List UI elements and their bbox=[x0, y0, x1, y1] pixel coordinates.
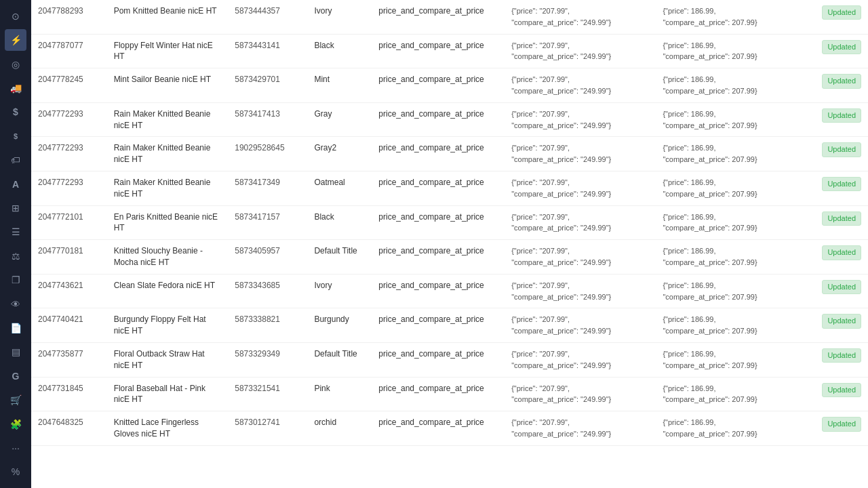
product-id: 2047788293 bbox=[31, 0, 107, 34]
product-title: Floral Outback Straw Hat nicE HT bbox=[107, 342, 229, 377]
tag-icon[interactable]: 🏷 bbox=[5, 149, 26, 170]
table-row: 2047740421 Burgundy Floppy Felt Hat nicE… bbox=[31, 308, 868, 343]
table-row: 2047735877 Floral Outback Straw Hat nicE… bbox=[31, 342, 868, 377]
field-name: price_and_compare_at_price bbox=[372, 137, 505, 171]
field-name: price_and_compare_at_price bbox=[372, 102, 505, 137]
status-badge: Updated bbox=[822, 142, 861, 157]
new-value: {"price": 186.99,"compare_at_price": 207… bbox=[656, 0, 807, 34]
field-name: price_and_compare_at_price bbox=[372, 274, 505, 308]
old-value: {"price": "207.99","compare_at_price": "… bbox=[505, 274, 656, 308]
home-icon[interactable]: ⊙ bbox=[5, 5, 26, 26]
new-value: {"price": 186.99,"compare_at_price": 207… bbox=[656, 411, 807, 446]
product-title: Pom Knitted Beanie nicE HT bbox=[107, 0, 229, 34]
data-table: 2047788293 Pom Knitted Beanie nicE HT 58… bbox=[31, 0, 868, 446]
field-name: price_and_compare_at_price bbox=[372, 0, 505, 34]
product-title: Rain Maker Knitted Beanie nicE HT bbox=[107, 171, 229, 205]
status-cell: Updated bbox=[808, 342, 868, 377]
variant-option: Ivory bbox=[307, 274, 372, 308]
variant-id: 5873417157 bbox=[228, 205, 307, 240]
status-cell: Updated bbox=[808, 68, 868, 103]
status-cell: Updated bbox=[808, 137, 868, 171]
list-icon[interactable]: ☰ bbox=[5, 222, 26, 243]
percent-icon[interactable]: % bbox=[5, 462, 26, 483]
status-badge: Updated bbox=[822, 280, 861, 294]
status-badge: Updated bbox=[822, 417, 861, 431]
product-title: Knitted Slouchy Beanie - Mocha nicE HT bbox=[107, 240, 229, 274]
new-value: {"price": 186.99,"compare_at_price": 207… bbox=[656, 240, 807, 274]
product-title: Floppy Felt Winter Hat nicE HT bbox=[107, 34, 229, 68]
product-title: Burgundy Floppy Felt Hat nicE HT bbox=[107, 308, 229, 343]
google-icon[interactable]: G bbox=[5, 365, 26, 386]
variant-id: 5873443141 bbox=[228, 34, 307, 68]
product-title: Rain Maker Knitted Beanie nicE HT bbox=[107, 102, 229, 137]
table-row: 2047770181 Knitted Slouchy Beanie - Moch… bbox=[31, 240, 868, 274]
layers-icon[interactable]: ▤ bbox=[5, 342, 26, 363]
table-row: 2047772101 En Paris Knitted Beanie nicE … bbox=[31, 205, 868, 240]
variant-id: 5873343685 bbox=[228, 274, 307, 308]
product-title: Rain Maker Knitted Beanie nicE HT bbox=[107, 137, 229, 171]
old-value: {"price": "207.99","compare_at_price": "… bbox=[505, 342, 656, 377]
dollar-icon[interactable]: $ bbox=[5, 102, 26, 123]
variant-option: Gray bbox=[307, 102, 372, 137]
old-value: {"price": "207.99","compare_at_price": "… bbox=[505, 377, 656, 411]
variant-id: 5873405957 bbox=[228, 240, 307, 274]
variant-option: Pink bbox=[307, 377, 372, 411]
product-id: 2047778245 bbox=[31, 68, 107, 103]
doc-icon[interactable]: 📄 bbox=[5, 317, 26, 338]
status-badge: Updated bbox=[822, 108, 861, 123]
variant-id: 5873329349 bbox=[228, 342, 307, 377]
dollar-s-icon[interactable]: $ bbox=[5, 125, 26, 146]
table-row: 2047788293 Pom Knitted Beanie nicE HT 58… bbox=[31, 0, 868, 34]
old-value: {"price": "207.99","compare_at_price": "… bbox=[505, 68, 656, 103]
table-container[interactable]: 2047788293 Pom Knitted Beanie nicE HT 58… bbox=[31, 0, 868, 488]
sidebar: ⊙ ⚡ ◎ 🚚 $ $ 🏷 A ⊞ ☰ ⚖ ❐ 👁 📄 ▤ G 🛒 🧩 ··· … bbox=[0, 0, 31, 488]
old-value: {"price": "207.99","compare_at_price": "… bbox=[505, 205, 656, 240]
variant-option: Default Title bbox=[307, 240, 372, 274]
analytics-icon[interactable]: ◎ bbox=[5, 54, 26, 75]
variant-option: Burgundy bbox=[307, 308, 372, 343]
scale-icon[interactable]: ⚖ bbox=[5, 245, 26, 266]
puzzle-icon[interactable]: 🧩 bbox=[5, 413, 26, 434]
new-value: {"price": 186.99,"compare_at_price": 207… bbox=[656, 342, 807, 377]
variant-id: 5873417349 bbox=[228, 171, 307, 205]
variant-option: Black bbox=[307, 205, 372, 240]
new-value: {"price": 186.99,"compare_at_price": 207… bbox=[656, 377, 807, 411]
product-title: En Paris Knitted Beanie nicE HT bbox=[107, 205, 229, 240]
new-value: {"price": 186.99,"compare_at_price": 207… bbox=[656, 102, 807, 137]
status-cell: Updated bbox=[808, 102, 868, 137]
cart-icon[interactable]: 🛒 bbox=[5, 390, 26, 411]
variant-option: Oatmeal bbox=[307, 171, 372, 205]
product-id: 2047787077 bbox=[31, 34, 107, 68]
status-badge: Updated bbox=[822, 383, 861, 397]
status-cell: Updated bbox=[808, 308, 868, 343]
field-name: price_and_compare_at_price bbox=[372, 240, 505, 274]
variant-option: Mint bbox=[307, 68, 372, 103]
field-name: price_and_compare_at_price bbox=[372, 377, 505, 411]
variant-id: 19029528645 bbox=[228, 137, 307, 171]
variant-id: 5873429701 bbox=[228, 68, 307, 103]
old-value: {"price": "207.99","compare_at_price": "… bbox=[505, 308, 656, 343]
status-cell: Updated bbox=[808, 0, 868, 34]
truck-icon[interactable]: 🚚 bbox=[5, 77, 26, 98]
table-row: 2047772293 Rain Maker Knitted Beanie nic… bbox=[31, 102, 868, 137]
old-value: {"price": "207.99","compare_at_price": "… bbox=[505, 411, 656, 446]
product-id: 2047735877 bbox=[31, 342, 107, 377]
variant-id: 5873417413 bbox=[228, 102, 307, 137]
eye-icon[interactable]: 👁 bbox=[5, 293, 26, 314]
more-icon[interactable]: ··· bbox=[5, 437, 26, 458]
variant-option: orchid bbox=[307, 411, 372, 446]
grid-icon[interactable]: ⊞ bbox=[5, 197, 26, 218]
copy-icon[interactable]: ❐ bbox=[5, 269, 26, 290]
new-value: {"price": 186.99,"compare_at_price": 207… bbox=[656, 171, 807, 205]
product-id: 2047772293 bbox=[31, 137, 107, 171]
new-value: {"price": 186.99,"compare_at_price": 207… bbox=[656, 68, 807, 103]
lightning-icon[interactable]: ⚡ bbox=[5, 29, 26, 50]
field-name: price_and_compare_at_price bbox=[372, 308, 505, 343]
text-icon[interactable]: A bbox=[5, 174, 26, 195]
new-value: {"price": 186.99,"compare_at_price": 207… bbox=[656, 34, 807, 68]
field-name: price_and_compare_at_price bbox=[372, 205, 505, 240]
product-id: 2047740421 bbox=[31, 308, 107, 343]
status-badge: Updated bbox=[822, 245, 861, 260]
new-value: {"price": 186.99,"compare_at_price": 207… bbox=[656, 308, 807, 343]
variant-id: 5873444357 bbox=[228, 0, 307, 34]
